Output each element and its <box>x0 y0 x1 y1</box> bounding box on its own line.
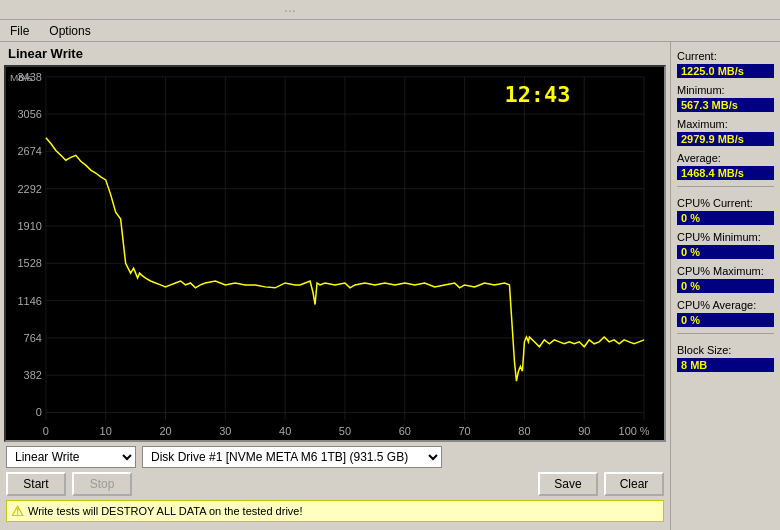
warning-row: ⚠ Write tests will DESTROY ALL DATA on t… <box>6 500 664 522</box>
minimum-value: 567.3 MB/s <box>677 98 774 112</box>
right-panel: Current: 1225.0 MB/s Minimum: 567.3 MB/s… <box>670 42 780 530</box>
cpu-current-value: 0 % <box>677 211 774 225</box>
svg-text:40: 40 <box>279 425 291 437</box>
block-size-label: Block Size: <box>677 344 774 356</box>
chart-svg: 3438 3056 2674 2292 1910 1528 1146 764 3… <box>6 67 664 440</box>
block-size-value: 8 MB <box>677 358 774 372</box>
chart-area: 3438 3056 2674 2292 1910 1528 1146 764 3… <box>4 65 666 442</box>
svg-text:10: 10 <box>100 425 112 437</box>
svg-text:70: 70 <box>459 425 471 437</box>
cpu-average-label: CPU% Average: <box>677 299 774 311</box>
svg-text:20: 20 <box>159 425 171 437</box>
main-container: Linear Write <box>0 42 780 530</box>
svg-text:90: 90 <box>578 425 590 437</box>
svg-text:30: 30 <box>219 425 231 437</box>
svg-text:0: 0 <box>43 425 49 437</box>
current-value: 1225.0 MB/s <box>677 64 774 78</box>
svg-text:1146: 1146 <box>18 295 42 307</box>
average-value: 1468.4 MB/s <box>677 166 774 180</box>
warning-text: Write tests will DESTROY ALL DATA on the… <box>28 505 303 517</box>
svg-rect-0 <box>6 67 664 440</box>
drive-select[interactable]: Disk Drive #1 [NVMe META M6 1TB] (931.5 … <box>142 446 442 468</box>
menu-options[interactable]: Options <box>43 22 96 40</box>
maximum-label: Maximum: <box>677 118 774 130</box>
cpu-minimum-label: CPU% Minimum: <box>677 231 774 243</box>
bottom-controls: Linear WriteRandom Write Disk Drive #1 [… <box>4 442 666 526</box>
left-panel: Linear Write <box>0 42 670 530</box>
button-row: Start Stop Save Clear <box>6 472 664 496</box>
maximum-value: 2979.9 MB/s <box>677 132 774 146</box>
current-label: Current: <box>677 50 774 62</box>
svg-text:12:43: 12:43 <box>504 82 570 107</box>
clear-button[interactable]: Clear <box>604 472 664 496</box>
section-title: Linear Write <box>4 46 666 61</box>
svg-text:2674: 2674 <box>18 145 42 157</box>
cpu-average-value: 0 % <box>677 313 774 327</box>
save-button[interactable]: Save <box>538 472 598 496</box>
svg-text:MB/s: MB/s <box>10 72 33 83</box>
svg-text:1910: 1910 <box>18 220 42 232</box>
svg-text:382: 382 <box>24 369 42 381</box>
menu-file[interactable]: File <box>4 22 35 40</box>
stop-button[interactable]: Stop <box>72 472 132 496</box>
cpu-minimum-value: 0 % <box>677 245 774 259</box>
warning-icon: ⚠ <box>11 503 24 519</box>
svg-text:0: 0 <box>36 407 42 419</box>
svg-text:50: 50 <box>339 425 351 437</box>
cpu-maximum-value: 0 % <box>677 279 774 293</box>
svg-text:3056: 3056 <box>18 108 42 120</box>
average-label: Average: <box>677 152 774 164</box>
title-bar: ··· <box>0 0 780 20</box>
svg-text:1528: 1528 <box>18 257 42 269</box>
divider-2 <box>677 333 774 334</box>
svg-text:100 %: 100 % <box>619 425 650 437</box>
svg-text:764: 764 <box>24 332 42 344</box>
svg-text:60: 60 <box>399 425 411 437</box>
select-row: Linear WriteRandom Write Disk Drive #1 [… <box>6 446 664 468</box>
title-bar-tabs: ··· <box>284 2 296 18</box>
divider-1 <box>677 186 774 187</box>
start-button[interactable]: Start <box>6 472 66 496</box>
svg-text:80: 80 <box>518 425 530 437</box>
minimum-label: Minimum: <box>677 84 774 96</box>
cpu-current-label: CPU% Current: <box>677 197 774 209</box>
svg-text:2292: 2292 <box>18 183 42 195</box>
cpu-maximum-label: CPU% Maximum: <box>677 265 774 277</box>
test-type-select[interactable]: Linear WriteRandom Write <box>6 446 136 468</box>
menu-bar: File Options <box>0 20 780 42</box>
